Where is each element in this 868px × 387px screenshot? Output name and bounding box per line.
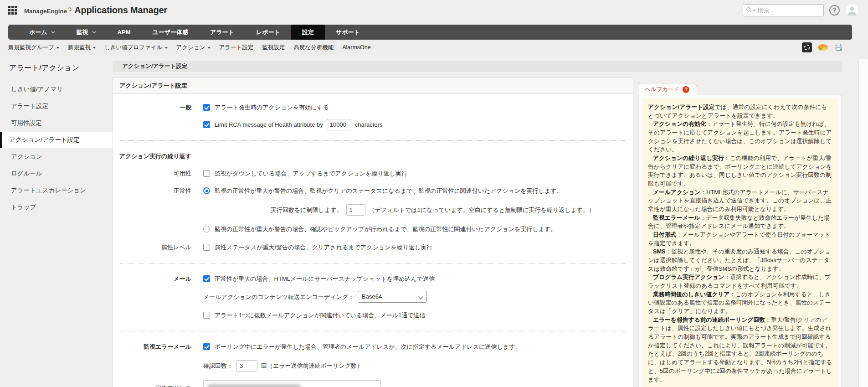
confirm-count-label: 確認回数： [203,361,233,371]
main-region: アクション/アラート設定 アクション/アラート設定 一般 アラート発生時のアクシ… [113,55,842,381]
attribute-repeat-checkbox[interactable] [203,244,210,251]
repeat-availability-label: 監視がダウンしている場合、アップするまでアクションを繰り返し実行 [215,169,407,178]
question-badge-icon: ? [683,86,689,93]
printer-icon[interactable] [834,43,843,52]
sidebar-title: アラート/アクション [0,60,113,81]
dropdown-triangle-icon [165,47,168,49]
redacted-address-value [207,384,301,387]
chevron-down-icon [51,30,55,33]
error-mail-label: ポーリング中にエラーが発生した場合、管理者のメールアドレスか、次に指定するメール… [215,342,521,351]
help-item: アクションの有効化：アラート発生時、特に何の設定も無ければ、そのアラートに応じて… [648,120,833,154]
limit-rca-label-after: characters [355,120,383,129]
global-search[interactable] [743,4,824,16]
product-title: Applications Manager [74,5,167,15]
help-intro: アクション/アラート設定では、通常の設定にくわえて次の条件にもとづいてアクション… [648,103,833,120]
health-repeat-until-clear-radio[interactable] [203,187,210,194]
chevron-down-icon [92,30,96,33]
app-root: ManageEngine Applications Manager ? ホーム … [0,0,868,387]
brand-logo: ManageEngine Applications Manager [24,5,167,15]
mail-snapshot-checkbox[interactable] [203,275,210,282]
sidebar-item-alert-settings[interactable]: アラート設定 [0,98,113,114]
limit-rca-checkbox[interactable] [203,121,210,128]
pie-chart-icon[interactable] [817,43,829,52]
subnav-actions[interactable]: アクション [176,44,211,52]
search-icon [746,7,752,13]
user-avatar[interactable] [845,3,859,17]
attribute-repeat-label: 属性ステータスが重大/警告の場合、クリアされるまでアクションを繰り返し実行 [215,243,432,252]
search-scope-caret-icon[interactable] [753,10,755,11]
repeat-availability-checkbox[interactable] [203,170,210,177]
sidebar-item-log-rules[interactable]: ログルール [0,165,113,182]
mail-consolidate-checkbox[interactable] [203,312,210,319]
nav-support[interactable]: サポート [325,25,371,40]
sidebar-item-alert-escalation[interactable]: アラートエスカレーション [0,182,113,199]
recipient-address-label: 宛先アドレス [113,382,203,387]
mail-consolidate-label: アラート1つに複数メールアクションが関連付いている場合、メール1通で送信 [215,311,426,320]
person-icon [846,3,858,17]
sidebar-item-threshold-anomaly[interactable]: しきい値/アノマリ [0,81,113,98]
search-input[interactable] [757,7,821,14]
app-grid-icon[interactable] [8,6,17,15]
help-card-body: アクション/アラート設定では、通常の設定にくわえて次の条件にもとづいてアクション… [642,98,838,387]
nav-home[interactable]: ホーム [18,25,66,40]
section-label-repeat-actions: アクション実行の繰り返す [113,151,203,160]
subnav-alert-settings[interactable]: アラート設定 [219,44,254,52]
nav-reports[interactable]: レポート [245,25,291,40]
help-card-tab-label: ヘルプカード [645,86,679,93]
settings-form: 一般 アラート発生時のアクションを有効にする Limit RCA message… [113,94,633,387]
recipient-address-input[interactable] [203,380,381,387]
sidebar-item-action-alert-settings[interactable]: アクション/アラート設定 [0,132,113,148]
sidebar-item-traps[interactable]: トラップ [0,199,113,216]
subnav-monitor-settings[interactable]: 監視設定 [262,44,285,52]
panel-title: アクション/アラート設定 [113,78,633,94]
subnav-alarmsone[interactable]: AlarmsOne [342,44,371,51]
nav-apm[interactable]: APM [107,25,142,40]
topbar-right: ? [743,3,859,17]
help-card-region: ヘルプカード ? アクション/アラート設定では、通常の設定にくわえて次の条件にも… [639,83,842,387]
scrollbar-gutter[interactable] [858,59,868,387]
help-item: エラーを報告する前の連続ポーリング回数：重大/警告/クリアのアラートは、属性に設… [648,316,833,384]
nav-settings[interactable]: 設定 [291,25,325,40]
enable-actions-label: アラート発生時のアクションを有効にする [215,103,329,112]
help-icon[interactable]: ? [829,5,840,15]
sub-nav: 新規監視グループ 新規監視 しきい値プロファイル アクション アラート設定 監視… [0,40,868,55]
health-repeat-until-ack-radio[interactable] [203,226,210,232]
subnav-new-monitor[interactable]: 新規監視 [68,44,96,52]
rca-limit-input[interactable] [327,119,351,130]
error-mail-checkbox[interactable] [203,343,210,350]
help-item: プログラム実行アクション：選択すると、アクション作成時に、ブラックリスト登録のあ… [648,273,833,290]
row-label-attribute-level: 属性レベル [113,242,203,252]
section-divider [120,140,626,141]
execution-limit-input[interactable] [346,204,365,216]
subnav-new-monitor-group[interactable]: 新規監視グループ [8,44,59,52]
sidebar-item-availability-settings[interactable]: 可用性設定 [0,115,113,131]
mail-encoding-select[interactable]: Base64 [358,291,427,303]
vendor-logo-text: ManageEngine [24,8,67,15]
sidebar: アラート/アクション しきい値/アノマリ アラート設定 可用性設定 アクション/… [0,55,113,381]
health-radio2-label: 監視の正常性が重大か警告の場合、確認やピックアップが行われるまで、監視の正常性に… [215,225,556,234]
help-glyph: ? [832,6,837,14]
dropdown-triangle-icon [56,47,59,49]
confirm-count-suffix: 回（エラー送信前連続ポーリング数） [261,361,363,371]
topbar: ManageEngine Applications Manager ? [0,0,868,20]
execution-limit-label: 実行回数をに制限します。 [271,206,343,215]
nav-monitor[interactable]: 監視 [66,25,107,40]
execution-limit-note: （デフォルトでは1になっています。空白にすると無制限に実行を繰り返します。） [369,206,595,215]
subnav-advanced-analytics[interactable]: 高度な分析機能 [293,44,334,52]
enable-actions-checkbox[interactable] [203,104,210,111]
section-label-error-mail: 監視エラーメール [113,341,203,351]
sidebar-item-actions[interactable]: アクション [0,149,113,165]
confirm-count-input[interactable] [236,360,257,372]
help-card-tab[interactable]: ヘルプカード ? [639,83,697,95]
page-title: アクション/アラート設定 [122,62,187,70]
subnav-tools [802,42,843,52]
subnav-threshold-profile[interactable]: しきい値プロファイル [104,44,168,52]
mail-encoding-label: メールアクションのコンテンツ転送エンコーディング： [203,293,354,302]
vendor-swirl-icon [67,6,72,12]
row-label-availability: 可用性 [113,168,203,178]
nav-alerts[interactable]: アラート [199,25,245,40]
shutter-icon[interactable] [802,42,812,52]
help-item: 日付形式：メールアクションやアラートで使う日付のフォーマットを指定できます。 [648,231,833,248]
dropdown-triangle-icon [208,47,211,49]
nav-user-experience[interactable]: ユーザー体感 [142,25,200,40]
